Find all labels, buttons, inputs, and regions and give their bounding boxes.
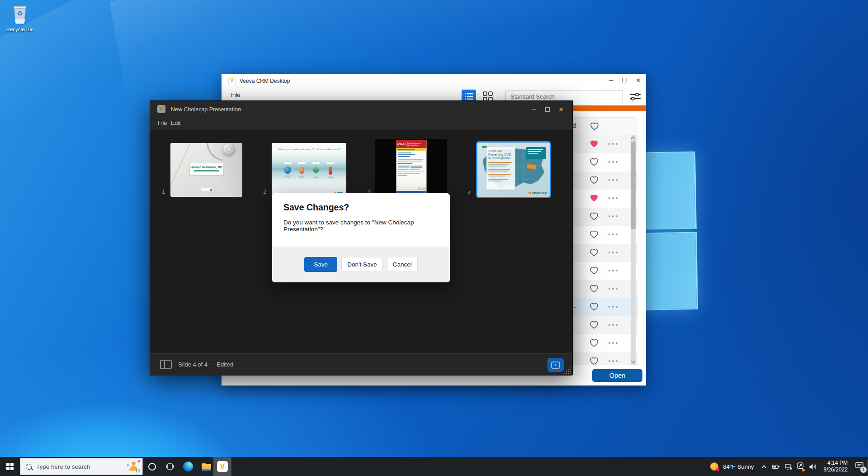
row-menu-button[interactable] (609, 360, 618, 362)
veeva-app-icon: V (157, 105, 165, 113)
presentation-status-bar: Slide 4 of 4 — Edited (150, 353, 572, 376)
scrollbar-thumb[interactable] (631, 142, 636, 229)
veeva-icon: V (217, 461, 228, 472)
dialog-title: Save Changes? (283, 202, 349, 213)
scroll-up-icon[interactable] (631, 137, 636, 141)
slide-thumbnail-2[interactable]: What's your preferred statin, Dr. Howard… (272, 143, 346, 197)
row-menu-button[interactable] (609, 306, 618, 308)
row-menu-button[interactable] (609, 197, 618, 199)
volume-icon[interactable] (809, 463, 817, 470)
status-dot (802, 469, 805, 471)
taskbar-search-box[interactable] (20, 458, 143, 475)
save-changes-dialog: Save Changes? Do you want to save change… (272, 193, 450, 282)
filter-icon[interactable] (629, 92, 641, 101)
notification-badge: 1 (860, 466, 867, 473)
minimize-button[interactable] (527, 103, 541, 116)
slide2-title: What's your preferred statin, Dr. Howard… (272, 148, 346, 151)
recycle-bin-shortcut[interactable]: ♻ Recycle Bin (3, 4, 37, 32)
favorite-heart-icon[interactable] (590, 285, 599, 293)
list-view-icon (465, 93, 473, 100)
weather-text[interactable]: 84°F Sunny (723, 463, 754, 470)
notification-center-button[interactable]: 1 (854, 461, 865, 472)
recycle-bin-icon: ♻ (10, 4, 29, 24)
panel-scrollbar[interactable] (631, 135, 636, 365)
recycle-bin-label: Recycle Bin (3, 27, 37, 32)
present-button[interactable] (547, 358, 564, 372)
favorite-heart-icon[interactable] (590, 212, 599, 220)
slide-thumbnail-1[interactable]: Howard Herrmann, MD (170, 143, 242, 197)
cortana-icon (148, 463, 156, 471)
search-highlights-icon (127, 460, 140, 473)
scroll-down-icon[interactable] (631, 359, 636, 363)
svg-text:♻: ♻ (17, 10, 23, 18)
slide-thumbnail-3[interactable]: ICD-10 Clinical Concepts for Cardiology (375, 139, 447, 197)
taskbar-search-input[interactable] (36, 463, 127, 470)
veeva-taskbar-button-active[interactable]: V (213, 457, 231, 476)
clock-date: 9/26/2022 (824, 466, 848, 473)
row-menu-button[interactable] (609, 179, 618, 181)
dont-save-button[interactable]: Don't Save (341, 257, 383, 272)
statin-pills (272, 162, 346, 178)
weather-icon[interactable] (710, 462, 718, 471)
favorite-heart-icon[interactable] (590, 194, 599, 202)
favorite-heart-icon[interactable] (590, 158, 599, 166)
row-menu-button[interactable] (609, 342, 618, 344)
maximize-button[interactable] (618, 74, 632, 86)
start-button[interactable] (0, 457, 20, 476)
menu-edit[interactable]: Edit (171, 120, 181, 126)
edge-browser-button[interactable] (179, 457, 197, 476)
sidebar-toggle-icon[interactable] (160, 360, 172, 369)
favorite-heart-icon[interactable] (590, 176, 599, 184)
row-menu-button[interactable] (609, 288, 618, 290)
cortana-button[interactable] (143, 457, 161, 476)
minimize-button[interactable] (604, 74, 618, 86)
network-icon[interactable] (785, 463, 792, 470)
callout-box (526, 147, 546, 159)
row-menu-button[interactable] (609, 270, 618, 271)
slide-number: 2 (263, 188, 266, 195)
favorites-column-heart-icon[interactable] (590, 122, 599, 130)
close-button[interactable]: ✕ (632, 74, 645, 86)
favorite-heart-icon[interactable] (590, 267, 599, 275)
file-explorer-button[interactable] (197, 457, 215, 476)
favorite-heart-icon[interactable] (590, 230, 599, 238)
battery-icon[interactable] (772, 463, 780, 470)
favorite-heart-icon[interactable] (590, 248, 599, 257)
window-title: Veeva CRM Desktop (240, 78, 290, 84)
icd10-document: ICD-10 Clinical Concepts for Cardiology (396, 140, 426, 195)
favorite-heart-icon[interactable] (590, 357, 599, 365)
favorite-heart-icon[interactable] (590, 339, 599, 347)
save-button[interactable]: Save (304, 257, 337, 272)
cancel-button[interactable]: Cancel (387, 257, 418, 272)
task-view-button[interactable] (161, 457, 179, 476)
veeva-app-icon: V (228, 77, 236, 84)
row-menu-button[interactable] (609, 233, 618, 235)
row-menu-button[interactable] (609, 324, 618, 326)
menu-file[interactable]: File (231, 92, 240, 98)
pocket-tag (200, 188, 213, 191)
close-button[interactable]: ✕ (554, 103, 568, 116)
favorite-heart-icon[interactable] (590, 140, 599, 148)
maximize-button[interactable] (541, 103, 554, 116)
stethoscope-head (222, 143, 235, 156)
slide-number: 1 (162, 188, 165, 195)
slide-thumbnail-4-selected[interactable]: CholeCap Preventing CVD in Pennsylvania … (476, 141, 551, 198)
open-button[interactable]: Open (592, 369, 642, 382)
taskbar: V 84°F Sunny 4:14 PM (0, 457, 868, 476)
row-menu-button[interactable] (609, 215, 618, 217)
row-menu-button[interactable] (609, 252, 618, 253)
slide-number: 4 (467, 190, 471, 196)
document-stamp (418, 187, 425, 190)
taskbar-clock[interactable]: 4:14 PM 9/26/2022 (824, 460, 848, 473)
hidden-icons-chevron[interactable] (761, 465, 767, 469)
favorite-heart-icon[interactable] (590, 303, 599, 311)
row-menu-button[interactable] (609, 143, 618, 145)
icd10-subtitle: Clinical Concepts for Cardiology (408, 143, 422, 146)
favorite-heart-icon[interactable] (590, 321, 599, 329)
edge-icon (183, 462, 193, 471)
sync-app-tray-icon[interactable] (797, 462, 804, 471)
resize-grip[interactable] (564, 367, 571, 375)
play-icon (551, 362, 560, 369)
row-menu-button[interactable] (609, 161, 618, 163)
menu-file[interactable]: File (158, 120, 167, 126)
